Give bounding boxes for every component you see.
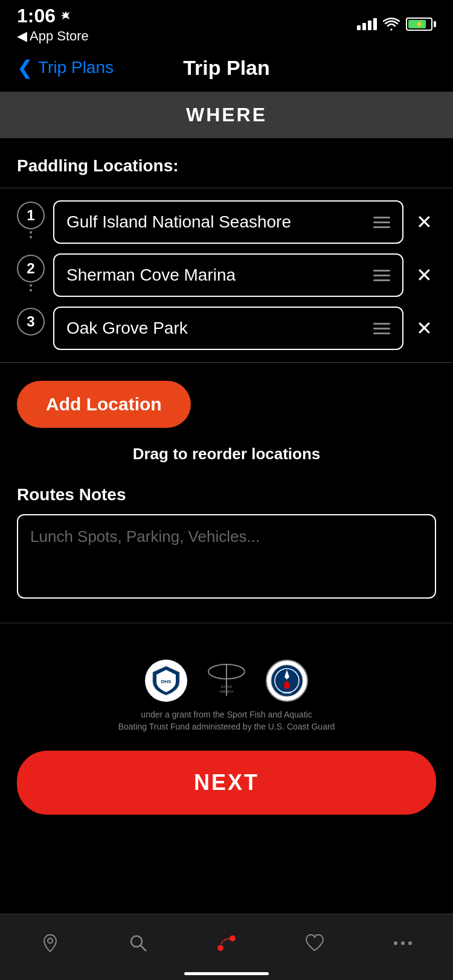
page-title: Trip Plan bbox=[183, 56, 270, 80]
number-circle-3: 3 bbox=[17, 308, 45, 336]
search-icon bbox=[127, 932, 149, 954]
table-row: 2 Sherman Cove Marina ✕ bbox=[17, 253, 436, 297]
tab-routes[interactable] bbox=[202, 932, 251, 954]
paddle-icon: KAYAK AMERICA bbox=[199, 663, 254, 699]
location-number-2: 2 bbox=[17, 255, 45, 296]
center-logo: KAYAK AMERICA bbox=[199, 660, 254, 702]
location-icon bbox=[60, 10, 71, 21]
tab-search[interactable] bbox=[114, 932, 162, 954]
location-number-1: 1 bbox=[17, 202, 45, 243]
map-icon bbox=[39, 932, 61, 954]
location-number-3: 3 bbox=[17, 308, 45, 349]
where-text: WHERE bbox=[186, 104, 267, 126]
battery-indicator: ⚡ bbox=[406, 18, 436, 31]
wifi-icon bbox=[383, 18, 400, 31]
separator bbox=[0, 623, 453, 623]
location-list: 1 Gulf Island National Seashore ✕ bbox=[17, 200, 436, 350]
drag-handle-3[interactable] bbox=[373, 323, 390, 334]
paddling-locations-label: Paddling Locations: bbox=[17, 156, 436, 176]
location-name-1: Gulf Island National Seashore bbox=[66, 212, 291, 232]
dhs-logo: DHS bbox=[145, 660, 187, 702]
more-icon bbox=[392, 932, 414, 954]
routes-notes-label: Routes Notes bbox=[17, 485, 436, 504]
location-field-3[interactable]: Oak Grove Park bbox=[53, 307, 403, 350]
drag-instructions: Drag to reorder locations bbox=[17, 445, 436, 463]
home-indicator bbox=[184, 972, 269, 975]
add-location-label: Add Location bbox=[46, 394, 162, 414]
location-name-2: Sherman Cove Marina bbox=[66, 266, 236, 285]
status-time: 1:06 bbox=[17, 5, 89, 27]
svg-text:AMERICA: AMERICA bbox=[220, 690, 234, 693]
signal-bars bbox=[357, 18, 377, 30]
drag-handle-1[interactable] bbox=[373, 217, 390, 228]
where-header: WHERE bbox=[0, 92, 453, 138]
coast-guard-logo: USCG bbox=[266, 660, 308, 702]
number-circle-2: 2 bbox=[17, 255, 45, 282]
status-bar: 1:06 ◀ App Store bbox=[0, 0, 453, 43]
svg-point-10 bbox=[48, 938, 53, 943]
routes-icon bbox=[216, 932, 237, 954]
svg-text:DHS: DHS bbox=[161, 679, 172, 684]
remove-button-1[interactable]: ✕ bbox=[412, 207, 436, 237]
location-field-1[interactable]: Gulf Island National Seashore bbox=[53, 200, 403, 244]
tab-map[interactable] bbox=[26, 932, 74, 954]
add-location-button[interactable]: Add Location bbox=[17, 381, 191, 428]
next-btn-wrap: NEXT bbox=[0, 751, 453, 827]
status-left: 1:06 ◀ App Store bbox=[17, 5, 89, 44]
table-row: 1 Gulf Island National Seashore ✕ bbox=[17, 200, 436, 244]
svg-point-15 bbox=[394, 941, 397, 945]
tab-more[interactable] bbox=[379, 932, 427, 954]
dots-1 bbox=[30, 231, 32, 243]
main-content: Paddling Locations: 1 Gulf Island Nation… bbox=[0, 138, 453, 635]
time-text: 1:06 bbox=[17, 5, 56, 27]
svg-point-17 bbox=[408, 941, 412, 945]
svg-line-12 bbox=[141, 946, 146, 951]
drag-handle-2[interactable] bbox=[373, 270, 390, 281]
routes-notes-input[interactable] bbox=[17, 514, 436, 599]
status-app-store: ◀ App Store bbox=[17, 28, 89, 44]
tab-favorites[interactable] bbox=[291, 932, 339, 954]
svg-text:USCG: USCG bbox=[283, 691, 292, 695]
next-label: NEXT bbox=[194, 770, 259, 795]
tab-bar bbox=[0, 914, 453, 980]
remove-button-2[interactable]: ✕ bbox=[412, 260, 436, 290]
svg-point-16 bbox=[401, 941, 405, 945]
coast-guard-icon: USCG bbox=[270, 664, 304, 698]
next-button[interactable]: NEXT bbox=[17, 751, 436, 815]
logo-caption: under a grant from the Sport Fish and Aq… bbox=[118, 709, 335, 733]
heart-icon bbox=[304, 932, 326, 954]
logos-section: DHS KAYAK AMERICA USCG under a grant fro… bbox=[0, 635, 453, 751]
dhs-icon: DHS bbox=[149, 664, 183, 698]
nav-bar: ❮ Trip Plans Trip Plan bbox=[0, 43, 453, 92]
location-name-3: Oak Grove Park bbox=[66, 319, 188, 338]
svg-text:KAYAK: KAYAK bbox=[220, 685, 232, 689]
back-button[interactable]: ❮ Trip Plans bbox=[17, 56, 114, 79]
bottom-divider bbox=[0, 362, 453, 363]
table-row: 3 Oak Grove Park ✕ bbox=[17, 307, 436, 350]
logos-row: DHS KAYAK AMERICA USCG bbox=[145, 660, 308, 702]
remove-button-3[interactable]: ✕ bbox=[412, 313, 436, 343]
svg-point-11 bbox=[131, 936, 142, 947]
back-label: Trip Plans bbox=[38, 58, 114, 77]
top-divider bbox=[0, 188, 453, 188]
status-right: ⚡ bbox=[357, 18, 436, 31]
dots-2 bbox=[30, 284, 32, 296]
app-store-text: App Store bbox=[30, 28, 89, 44]
location-field-2[interactable]: Sherman Cove Marina bbox=[53, 253, 403, 297]
number-circle-1: 1 bbox=[17, 202, 45, 229]
